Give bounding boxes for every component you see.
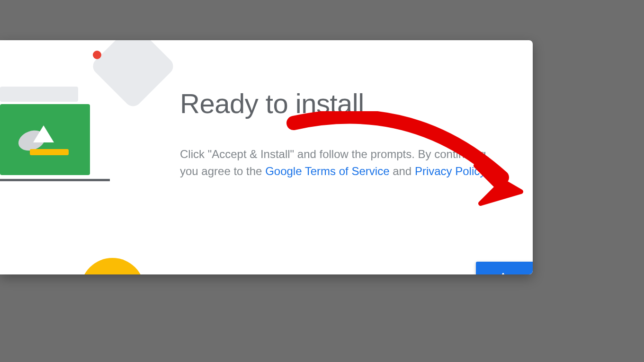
dark-line-shape: [0, 179, 110, 181]
illustration: [0, 40, 152, 274]
accept-install-button[interactable]: Accept & Install: [476, 262, 533, 274]
dialog-title: Ready to install: [180, 88, 509, 119]
dialog-description: Click "Accept & Install" and follow the …: [180, 146, 509, 180]
install-dialog: Ready to install Click "Accept & Install…: [0, 40, 533, 274]
terms-of-service-link[interactable]: Google Terms of Service: [265, 165, 389, 177]
privacy-policy-link[interactable]: Privacy Policy: [415, 165, 485, 177]
desc-suffix: .: [485, 165, 489, 177]
white-triangle-icon: [33, 125, 54, 142]
desc-and: and: [389, 165, 414, 177]
red-dot-icon: [93, 51, 101, 59]
dialog-content: Ready to install Click "Accept & Install…: [180, 88, 509, 180]
gray-bar-shape: [0, 87, 78, 102]
yellow-bar-shape: [30, 149, 69, 155]
gray-square-shape: [89, 40, 177, 110]
yellow-circle-shape: [80, 258, 144, 274]
